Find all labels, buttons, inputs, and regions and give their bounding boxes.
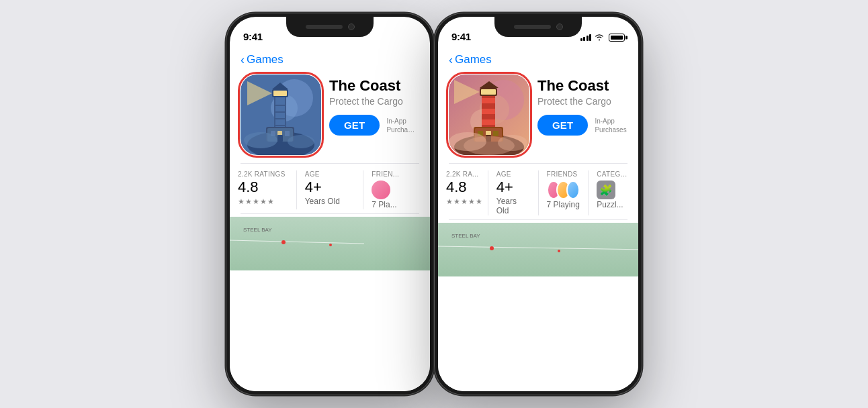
back-chevron-left: ‹ [241, 54, 245, 66]
app-icon-left [241, 74, 321, 155]
svg-rect-32 [482, 98, 495, 103]
signal-bar-4 [589, 34, 591, 41]
svg-point-25 [329, 244, 332, 246]
app-icon-wrapper-right [449, 74, 529, 155]
back-text-left: Games [247, 53, 284, 66]
friend-avatar-3 [566, 181, 580, 199]
stars-left: ★★★★★ [238, 197, 288, 206]
battery-fill-right [611, 36, 623, 40]
app-info-left: The Coast Protect the Cargo GET In-App P… [329, 74, 419, 136]
signal-bars-right [580, 34, 592, 41]
map-preview-right: STEEL BAY [438, 223, 638, 276]
stat-value-age-left: 4+ [305, 178, 355, 196]
back-text-right: Games [455, 53, 492, 66]
stat-label-ratings-left: 2.2K RATINGS [238, 170, 288, 178]
divider2-left [241, 213, 419, 214]
signal-bar-1 [580, 38, 582, 41]
stat-value-ratings-right: 4.8 [446, 178, 480, 196]
camera-right [556, 23, 563, 30]
signal-bar-3 [587, 36, 589, 41]
app-info-right: The Coast Protect the Cargo GET In-App P… [537, 74, 638, 136]
svg-text:STEEL BAY: STEEL BAY [451, 233, 480, 239]
stat-sub-friends-left: 7 Pla... [372, 200, 422, 209]
stat-sub-friends-right: 7 Playing [547, 200, 580, 209]
stat-age-right: AGE 4+ Years Old [488, 170, 539, 215]
phone-left: 9:41 ‹ Games [226, 13, 434, 395]
svg-point-20 [244, 132, 277, 148]
app-subtitle-right: Protect the Cargo [537, 96, 638, 107]
notch-right [494, 17, 582, 37]
back-nav-left[interactable]: ‹ Games [230, 46, 430, 69]
svg-line-50 [438, 246, 638, 250]
back-nav-right[interactable]: ‹ Games [438, 46, 638, 69]
get-button-left[interactable]: GET [329, 115, 380, 136]
stars-right: ★★★★★ [446, 197, 480, 206]
divider2-right [449, 219, 627, 220]
stats-row-left: 2.2K RATINGS 4.8 ★★★★★ AGE 4+ Years Old … [230, 164, 430, 213]
speaker-left [306, 25, 343, 29]
map-preview-left: STEEL BAY [230, 217, 430, 270]
stat-label-friends-right: FRIENDS [547, 170, 580, 178]
svg-rect-11 [273, 91, 287, 96]
back-chevron-right: ‹ [449, 54, 453, 66]
svg-point-24 [281, 240, 286, 244]
in-app-label-right: In-App Purchases [595, 117, 626, 134]
svg-rect-9 [275, 125, 285, 126]
phone-screen-left: 9:41 ‹ Games [230, 17, 430, 391]
app-name-right: The Coast [537, 77, 638, 95]
in-app-label-left: In-App Purchases [386, 117, 415, 134]
lighthouse-icon-blue [241, 74, 321, 155]
map-svg-right: STEEL BAY [438, 223, 638, 276]
camera-left [348, 23, 355, 30]
app-icon-right [449, 74, 529, 155]
get-button-right[interactable]: GET [537, 115, 588, 136]
time-left: 9:41 [243, 31, 263, 42]
stat-friends-right: FRIENDS 7 Playing [539, 170, 589, 215]
svg-rect-7 [275, 111, 285, 113]
app-name-left: The Coast [329, 77, 419, 95]
stat-ratings-right: 2.2K RATINGS 4.8 ★★★★★ [438, 170, 488, 215]
svg-text:STEEL BAY: STEEL BAY [243, 227, 272, 233]
battery-icon-right [609, 34, 625, 42]
stat-label-ratings-right: 2.2K RATINGS [446, 170, 480, 178]
stat-label-age-left: AGE [305, 170, 355, 178]
app-listing-right: The Coast Protect the Cargo GET In-App P… [438, 69, 638, 163]
lighthouse-icon-red [449, 74, 529, 155]
svg-point-51 [490, 246, 494, 250]
svg-rect-6 [275, 105, 285, 106]
stat-friends-left: FRIEN... 7 Pla... [363, 170, 430, 209]
notch-left [286, 17, 374, 37]
stat-category-right: CATEGO... 🧩 Puzzl... [589, 170, 638, 215]
svg-point-48 [464, 136, 515, 155]
svg-rect-34 [482, 119, 495, 125]
phone-screen-right: 9:41 [438, 17, 638, 391]
stat-label-age-right: AGE [496, 170, 530, 178]
svg-rect-44 [493, 131, 498, 136]
stat-sub-category-right: Puzzl... [597, 200, 630, 209]
status-icons-right [580, 33, 625, 42]
stat-value-ratings-left: 4.8 [238, 178, 288, 196]
phone-right: 9:41 [434, 13, 642, 395]
svg-rect-19 [277, 135, 283, 142]
stat-ratings-left: 2.2K RATINGS 4.8 ★★★★★ [230, 170, 297, 209]
svg-point-52 [558, 250, 560, 252]
svg-rect-37 [481, 89, 496, 95]
stat-sub-age-right: Years Old [496, 197, 530, 215]
friends-avatars-right [547, 181, 580, 199]
friend-avatar-left [372, 181, 390, 199]
app-listing-left: The Coast Protect the Cargo GET In-App P… [230, 69, 430, 163]
app-actions-left: GET In-App Purchases [329, 115, 419, 136]
map-svg-left: STEEL BAY [230, 217, 430, 270]
category-icon-right: 🧩 [597, 181, 615, 199]
signal-bar-2 [583, 37, 585, 41]
stat-label-friends-left: FRIEN... [372, 170, 422, 178]
svg-point-21 [288, 135, 314, 148]
svg-line-23 [230, 240, 364, 244]
stat-sub-age-left: Years Old [305, 197, 355, 206]
stat-value-age-right: 4+ [496, 178, 530, 196]
app-actions-right: GET In-App Purchases [537, 115, 638, 136]
wifi-icon-right [595, 33, 604, 42]
stat-age-left: AGE 4+ Years Old [297, 170, 364, 209]
stat-label-category-right: CATEGO... [597, 170, 630, 178]
app-content-right: ‹ Games [438, 46, 638, 391]
